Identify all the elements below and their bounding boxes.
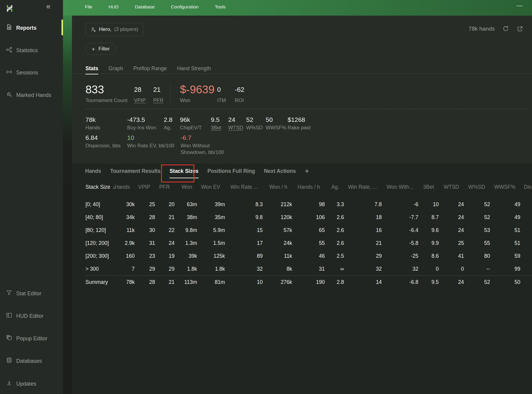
column-header-label: VPIP [138,184,150,190]
column-header-3bet[interactable]: 3Bet [418,181,439,193]
cell: 2.9k [114,237,135,250]
menu-configuration[interactable]: Configuration [171,4,199,10]
app-window: { "window": { "minimize_icon": "—" }, "m… [0,0,532,394]
export-icon[interactable] [516,25,524,32]
column-header-vpip[interactable]: VPIP [135,181,155,193]
column-header-dis[interactable]: Dis... [520,181,532,193]
menu-tools[interactable]: Tools [215,4,226,10]
sidebar-item-popup-editor[interactable]: Popup Editor [0,331,63,346]
tab-preflop-range[interactable]: Preflop Range [133,63,167,74]
stat-dispersion: 6.84 Dispersion, bbs [85,134,121,149]
table-row[interactable]: [120; 200]2.9k31241.3m1.5m1724k552.621-5… [85,237,532,250]
sidebar-item-reports[interactable]: Reports [0,20,63,35]
filter-button[interactable]: + Filter [85,43,116,55]
column-header-hands[interactable]: Hands [114,181,135,193]
stat-label[interactable]: WTSD [228,125,243,131]
cell: 31 [292,263,325,276]
app-logo-icon [6,4,13,13]
cell: 276k [263,276,292,289]
sidebar-item-databases[interactable]: Databases [0,353,63,368]
column-header-won-with[interactable]: Won With... [382,181,418,193]
stats-card: Hero, (3 players) 78k hands + Filter Sta… [72,16,532,164]
column-header-hands-h[interactable]: Hands / h [292,181,325,193]
stat-label: Dispersion, bbs [85,143,121,149]
table-row[interactable]: [0; 40]30k252063m39m8.3212k983.37.8-6102… [85,198,532,211]
stat-label: Win Rate EV, bb/100 [127,143,174,149]
sidebar-item-updates[interactable]: Updates [0,376,63,391]
total-hands-label: 78k hands [444,26,495,32]
green-gradient-strip [63,16,73,184]
stat-vpip: 28 VPIP [134,83,146,104]
table-row[interactable]: [80; 120]11k30229.8m5.9m1557k652.616-6.4… [85,224,532,237]
minimize-button[interactable]: — [516,2,522,8]
sidebar-item-label: Reports [16,25,37,31]
cell: 19 [155,250,175,263]
menu-file[interactable]: File [85,4,92,10]
player-selector-button[interactable]: Hero, (3 players) [85,23,143,36]
cell: 32 [382,263,418,276]
annotation-highlight-box [161,164,194,182]
stat-wsd: 52 W%SD [246,116,263,131]
cell: 160 [114,250,135,263]
stat-value: 96k [180,116,202,124]
report-tab-positions-full-ring[interactable]: Positions Full Ring [208,164,255,178]
cell: 24 [439,276,464,289]
cell: 23 [135,250,155,263]
tab-stats[interactable]: Stats [85,63,98,74]
column-header-ag[interactable]: Ag. [325,181,344,193]
cell: 1.5m [197,237,225,250]
sidebar-item-hud-editor[interactable]: HUD Editor [0,308,63,323]
cell: 49 [490,198,520,211]
tertiary-stats-row: 6.84 Dispersion, bbs 10 Win Rate EV, bb/… [72,134,532,162]
tab-graph[interactable]: Graph [109,63,123,74]
stat-label: Rake paid [288,125,311,131]
cell: 10 [225,276,263,289]
cell [520,237,532,250]
column-header-wwsf[interactable]: WWSF% [490,181,520,193]
column-header-win-rate[interactable]: Win Rate ... [225,181,263,193]
refresh-icon[interactable] [502,25,509,32]
spacer-cell [85,193,532,198]
column-header-won[interactable]: Won [175,181,197,193]
column-header-w-sd[interactable]: W%SD [464,181,490,193]
cell: 7 [114,263,135,276]
sidebar-item-statistics[interactable]: Statistics [0,43,63,58]
column-header-won-ev[interactable]: Won EV [197,181,225,193]
cell: 99 [490,263,520,276]
sidebar-collapse-icon[interactable]: « [46,2,50,11]
report-tab-hands[interactable]: Hands [85,164,101,178]
sidebar-item-label: Databases [16,358,42,364]
cell: 0 [439,263,464,276]
sidebar-item-marked-hands[interactable]: Marked Hands [0,88,63,103]
table-row[interactable]: [200; 300]160231939k125k8911k462.529-258… [85,250,532,263]
table-row[interactable]: > 300729291.8k1.8k328k31∞323200--99 [85,263,532,276]
add-report-tab-button[interactable]: + [305,164,309,178]
column-header-win-rate[interactable]: Win Rate, ... [344,181,382,193]
stat-label[interactable]: VPIP [134,98,146,104]
report-tab-tournament-results[interactable]: Tournament Results [110,164,160,178]
table-row[interactable]: [40; 80]34k282138m35m9.8120k1062.618-7.7… [85,211,532,224]
cell: 25 [439,237,464,250]
stat-label: ITM [217,98,226,104]
column-header-stack-size[interactable]: Stack Size↓ [85,181,114,193]
column-header-wtsd[interactable]: WTSD [439,181,464,193]
stat-label[interactable]: 3Bet [211,125,221,131]
column-header-label: WWSF% [494,184,516,190]
cell: 9.8 [225,211,263,224]
menu-database[interactable]: Database [135,4,155,10]
report-tab-next-actions[interactable]: Next Actions [264,164,296,178]
column-header-pfr[interactable]: PFR [155,181,175,193]
cell: 10 [418,198,439,211]
tab-hand-strength[interactable]: Hand Strength [177,63,211,74]
cell: 11k [114,224,135,237]
sidebar-item-stat-editor[interactable]: Stat Editor [0,286,63,301]
column-header-won-h[interactable]: Won / h [263,181,292,193]
stat-value: 9.5 [211,116,221,124]
cell: 34k [114,211,135,224]
report-tab-bar: HandsTournament ResultsStack SizesPositi… [72,164,532,178]
stat-label[interactable]: PFR [153,98,163,104]
menu-hud[interactable]: HUD [109,4,119,10]
stat-label: WWSF% [266,125,286,131]
cell: 49 [490,211,520,224]
sidebar-item-sessions[interactable]: Sessions [0,65,63,80]
